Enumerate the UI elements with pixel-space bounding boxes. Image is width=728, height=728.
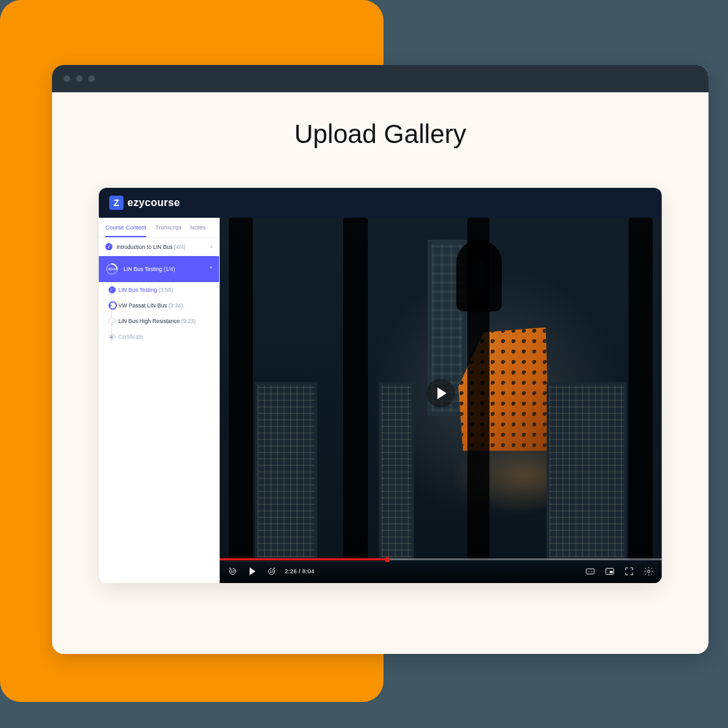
forward-10-button[interactable]: 10 (265, 565, 278, 578)
forward-label: 10 (270, 569, 274, 573)
tab-transcript[interactable]: Transcript (155, 218, 181, 237)
play-overlay-button[interactable] (426, 379, 455, 408)
app-header: Z ezycourse (99, 188, 662, 218)
play-icon (250, 567, 255, 575)
play-icon (110, 304, 112, 307)
page-title: Upload Gallery (52, 120, 708, 149)
seek-played (220, 558, 387, 560)
seek-thumb-icon[interactable] (385, 557, 390, 562)
lesson-title: LIN Bus Testing (3:58) (118, 287, 173, 293)
time-display: 2:26 / 8:04 (285, 568, 315, 575)
scene-pillar (467, 218, 489, 560)
window-dot-minimize-icon[interactable] (76, 75, 83, 82)
lesson-item-current[interactable]: VW Passat LIN Bus (3:34) (112, 298, 219, 313)
scene-pillar (343, 218, 367, 560)
play-button[interactable] (246, 565, 259, 578)
svg-rect-5 (610, 571, 613, 573)
section-progress: (4/4) (174, 244, 185, 250)
pip-button[interactable] (603, 565, 616, 578)
course-sidebar: Course Content Transcript Notes ✓ Introd… (99, 218, 220, 583)
fullscreen-button[interactable] (623, 565, 636, 578)
window-dot-close-icon[interactable] (64, 75, 70, 82)
svg-point-6 (647, 570, 650, 573)
sidebar-tabs: Course Content Transcript Notes (99, 218, 219, 238)
rewind-label: 10 (231, 569, 235, 573)
lesson-item-locked[interactable]: Certificate (112, 329, 219, 344)
seek-bar[interactable] (220, 558, 662, 560)
brand-name: ezycourse (127, 197, 180, 209)
window-dot-zoom-icon[interactable] (88, 75, 95, 82)
video-area[interactable]: 10 10 2:26 / 8:04 (220, 218, 662, 583)
video-controls: 10 10 2:26 / 8:04 (220, 560, 662, 583)
lesson-title: VW Passat LIN Bus (3:34) (118, 302, 183, 309)
browser-window: Upload Gallery Z ezycourse Course Conten… (52, 65, 708, 654)
lesson-duration: (3:34) (168, 302, 183, 309)
tab-course-content[interactable]: Course Content (105, 218, 146, 237)
browser-title-bar (52, 65, 708, 92)
lesson-title-text: LIN Bus High Resistance (118, 318, 180, 324)
section-introduction[interactable]: ✓ Introduction to LIN Bus (4/4) › (99, 238, 219, 256)
progress-percent: 26% (105, 263, 118, 276)
check-icon: ✓ (105, 243, 112, 250)
expanded-section-title-text: LIN Bus Testing (124, 266, 162, 272)
scene-building (547, 382, 626, 560)
settings-button[interactable] (642, 565, 655, 578)
expanded-section-title: LIN Bus Testing (1/4) (124, 266, 204, 272)
captions-button[interactable] (584, 565, 597, 578)
svg-rect-2 (110, 337, 113, 339)
lessons-list: LIN Bus Testing (3:58) VW Passat LIN Bus… (111, 282, 219, 344)
scene-pillar (229, 218, 253, 560)
scene-building (379, 382, 414, 560)
lesson-item-done[interactable]: LIN Bus Testing (3:58) (112, 282, 219, 298)
lesson-duration: (3:58) (159, 287, 173, 293)
chevron-up-icon: ˄ (209, 266, 213, 273)
app-body: Course Content Transcript Notes ✓ Introd… (99, 218, 662, 583)
lesson-title: Certificate (118, 333, 143, 340)
scene-building (255, 382, 317, 560)
progress-ring-icon: 26% (105, 263, 118, 276)
scene-pillar (629, 218, 653, 560)
section-title-text: Introduction to LIN Bus (116, 244, 172, 250)
lesson-title-text: VW Passat LIN Bus (118, 302, 167, 309)
expanded-section-progress: (1/4) (164, 266, 175, 272)
lesson-item-todo[interactable]: LIN Bus High Resistance (9:23) (112, 313, 219, 329)
section-title: Introduction to LIN Bus (4/4) (116, 244, 207, 250)
chevron-right-icon: › (211, 243, 213, 250)
lesson-duration: (9:23) (181, 318, 196, 324)
tab-notes[interactable]: Notes (190, 218, 206, 237)
lock-icon (109, 335, 114, 339)
brand-logo-icon: Z (109, 196, 124, 210)
lesson-title: LIN Bus High Resistance (9:23) (118, 318, 196, 324)
lesson-title-text: LIN Bus Testing (118, 287, 157, 293)
course-player-app: Z ezycourse Course Content Transcript No… (99, 188, 662, 583)
svg-rect-3 (586, 569, 594, 574)
lesson-title-text: Certificate (118, 333, 143, 340)
section-lin-bus-testing[interactable]: 26% LIN Bus Testing (1/4) ˄ (99, 256, 219, 282)
rewind-10-button[interactable]: 10 (226, 565, 239, 578)
